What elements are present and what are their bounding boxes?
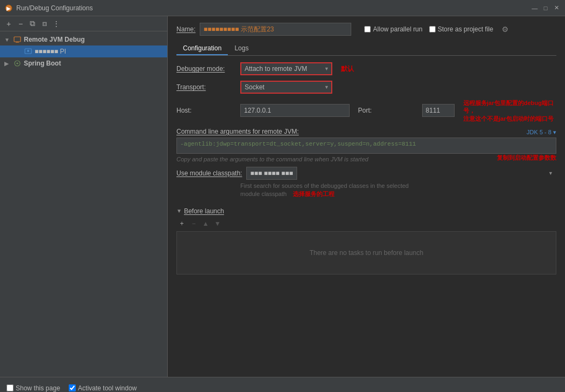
copy-config-button[interactable]: ⧉ bbox=[27, 18, 38, 29]
port-input[interactable] bbox=[422, 104, 455, 117]
window-title: Run/Debug Configurations bbox=[16, 4, 530, 12]
before-launch-add-button[interactable]: + bbox=[176, 218, 187, 229]
show-this-page-input[interactable] bbox=[6, 384, 14, 391]
maximize-button[interactable]: □ bbox=[541, 4, 550, 12]
before-launch-label: Before launch bbox=[184, 207, 224, 215]
spring-boot-icon bbox=[13, 59, 22, 68]
module-hint-line2: module classpath bbox=[240, 191, 287, 197]
window-controls[interactable]: — □ ✕ bbox=[530, 4, 561, 12]
more-config-button[interactable]: ⋮ bbox=[51, 18, 62, 29]
before-launch-header: ▼ Before launch bbox=[176, 207, 556, 215]
close-button[interactable]: ✕ bbox=[552, 4, 561, 12]
module-classpath-row: Use module classpath: ■■■ ■■■■ ■■■ bbox=[176, 167, 556, 180]
tab-logs[interactable]: Logs bbox=[228, 42, 255, 55]
options-group: Allow parallel run Store as project file… bbox=[364, 25, 509, 34]
before-launch-move-up-button[interactable]: ▲ bbox=[200, 218, 211, 229]
sidebar-item-remote-jvm-child[interactable]: ■■■■■■ PI bbox=[0, 45, 167, 57]
debugger-mode-select[interactable]: Attach to remote JVM Listen to remote JV… bbox=[240, 62, 332, 75]
expand-arrow: ▼ bbox=[4, 37, 11, 43]
remove-config-button[interactable]: − bbox=[15, 18, 26, 29]
show-this-page-checkbox[interactable]: Show this page bbox=[6, 384, 60, 392]
store-as-project-file-label: Store as project file bbox=[438, 25, 494, 33]
bottom-bar: Show this page Activate tool window bbox=[0, 377, 565, 392]
cmd-args-display: -agentlib:jdwp=transport=dt_socket,serve… bbox=[176, 138, 556, 154]
port-annotation: 远程服务jar包里配置的debug端口号，注意这个不是jar包启动时的端口号 bbox=[463, 99, 556, 122]
config-tree: ▼ Remote JVM Debug bbox=[0, 31, 167, 377]
app-icon: ▶ bbox=[4, 4, 13, 12]
module-hint-line1: First search for sources of the debugged… bbox=[240, 182, 409, 189]
default-annotation: 默认 bbox=[341, 64, 354, 74]
sidebar-item-spring-boot-group[interactable]: ▶ Spring Boot bbox=[0, 57, 167, 69]
name-row: Name: Allow parallel run Store as projec… bbox=[176, 23, 556, 36]
activate-tool-window-checkbox[interactable]: Activate tool window bbox=[69, 384, 137, 392]
add-config-button[interactable]: + bbox=[3, 18, 14, 29]
store-as-project-file-input[interactable] bbox=[429, 26, 436, 32]
allow-parallel-run-checkbox[interactable]: Allow parallel run bbox=[364, 25, 422, 33]
sidebar-toolbar: + − ⧉ ⧈ ⋮ bbox=[0, 16, 167, 31]
svg-rect-2 bbox=[14, 37, 21, 42]
transport-select[interactable]: Socket Shared memory bbox=[240, 81, 332, 94]
start-params-annotation: 复制到启动配置参数数 bbox=[497, 154, 556, 162]
store-as-project-file-checkbox[interactable]: Store as project file bbox=[429, 25, 494, 33]
transport-wrapper: Socket Shared memory bbox=[240, 81, 332, 94]
activate-tool-window-label: Activate tool window bbox=[78, 384, 137, 392]
debugger-mode-row: Debugger mode: Attach to remote JVM List… bbox=[176, 62, 556, 75]
content-area: Name: Allow parallel run Store as projec… bbox=[168, 16, 565, 377]
select-project-annotation: 选择服务的工程 bbox=[293, 191, 334, 197]
allow-parallel-run-input[interactable] bbox=[364, 26, 371, 32]
title-bar: ▶ Run/Debug Configurations — □ ✕ bbox=[0, 0, 565, 16]
jdk-badge[interactable]: JDK 5 - 8 ▾ bbox=[527, 129, 556, 136]
cmd-args-section: Command line arguments for remote JVM: J… bbox=[176, 128, 556, 162]
allow-parallel-run-label: Allow parallel run bbox=[373, 25, 422, 33]
host-label: Host: bbox=[176, 107, 236, 114]
sidebar-item-remote-jvm-group[interactable]: ▼ Remote JVM Debug bbox=[0, 34, 167, 45]
before-launch-remove-button[interactable]: − bbox=[188, 218, 199, 229]
before-launch-empty: There are no tasks to run before launch bbox=[176, 231, 556, 275]
host-row: Host: Port: 远程服务jar包里配置的debug端口号，注意这个不是j… bbox=[176, 99, 556, 122]
debugger-mode-label: Debugger mode: bbox=[176, 65, 236, 73]
before-launch-toolbar: + − ▲ ▼ bbox=[176, 218, 556, 229]
module-classpath-select[interactable]: ■■■ ■■■■ ■■■ bbox=[246, 167, 297, 180]
host-input[interactable] bbox=[240, 104, 350, 117]
sidebar-spring-boot-label: Spring Boot bbox=[24, 60, 61, 67]
main-container: + − ⧉ ⧈ ⋮ ▼ Remote JVM Debug bbox=[0, 16, 565, 377]
sidebar-remote-jvm-label: Remote JVM Debug bbox=[24, 36, 85, 43]
port-label: Port: bbox=[358, 107, 418, 114]
module-select-wrapper: ■■■ ■■■■ ■■■ bbox=[246, 167, 556, 180]
expand-arrow-spring: ▶ bbox=[4, 61, 11, 67]
minimize-button[interactable]: — bbox=[530, 4, 539, 12]
gear-icon[interactable]: ⚙ bbox=[502, 25, 509, 34]
tabs-bar: Configuration Logs bbox=[176, 42, 556, 56]
move-config-button[interactable]: ⧈ bbox=[39, 18, 50, 29]
name-input[interactable] bbox=[200, 23, 351, 36]
sidebar-child-label: ■■■■■■ PI bbox=[35, 48, 66, 55]
activate-tool-window-input[interactable] bbox=[69, 384, 76, 391]
before-launch-empty-text: There are no tasks to run before launch bbox=[310, 249, 423, 257]
transport-row: Transport: Socket Shared memory bbox=[176, 81, 556, 94]
module-hint: First search for sources of the debugged… bbox=[240, 182, 556, 199]
cmd-hint: Copy and paste the arguments to the comm… bbox=[176, 156, 369, 162]
show-this-page-label: Show this page bbox=[16, 384, 60, 392]
svg-point-6 bbox=[27, 50, 29, 52]
module-classpath-label: Use module classpath: bbox=[176, 169, 242, 177]
remote-jvm-icon bbox=[13, 35, 22, 44]
debugger-mode-wrapper: Attach to remote JVM Listen to remote JV… bbox=[240, 62, 332, 75]
before-launch-move-down-button[interactable]: ▼ bbox=[212, 218, 223, 229]
before-launch-section: ▼ Before launch + − ▲ ▼ There are no tas… bbox=[176, 207, 556, 275]
name-label: Name: bbox=[176, 25, 195, 33]
cmd-args-label: Command line arguments for remote JVM: bbox=[176, 128, 299, 135]
svg-text:▶: ▶ bbox=[6, 5, 11, 11]
sidebar: + − ⧉ ⧈ ⋮ ▼ Remote JVM Debug bbox=[0, 16, 168, 377]
debug-config-icon bbox=[24, 47, 32, 56]
tab-configuration[interactable]: Configuration bbox=[176, 42, 228, 55]
transport-label: Transport: bbox=[176, 83, 236, 91]
before-launch-collapse-arrow[interactable]: ▼ bbox=[176, 208, 182, 214]
